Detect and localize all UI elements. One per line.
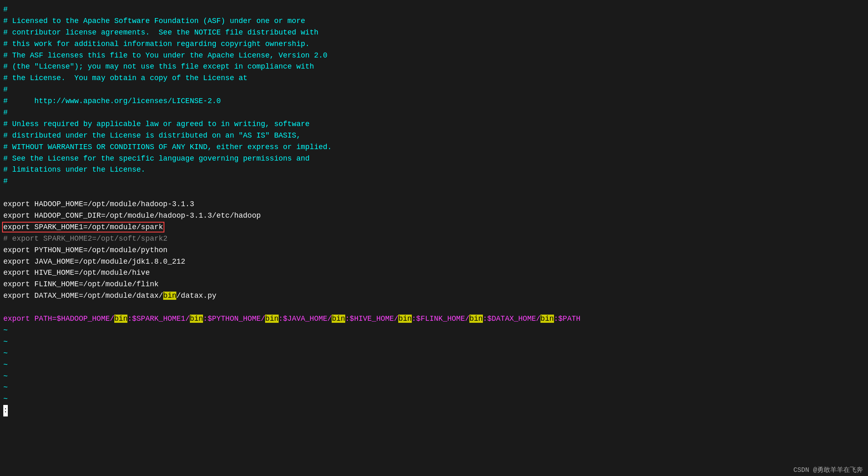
tilde-3: ~	[3, 348, 865, 359]
line-6: # (the "License"); you may not use this …	[3, 61, 865, 73]
terminal: # # Licensed to the Apache Software Foun…	[0, 0, 868, 476]
path-bin-3: bin	[265, 315, 278, 323]
line-blank-2	[3, 302, 865, 313]
bottom-bar: CSDN @勇敢羊羊在飞奔	[788, 464, 868, 476]
tilde-4: ~	[3, 359, 865, 371]
line-2: # Licensed to the Apache Software Founda…	[3, 16, 865, 27]
path-bin-2: bin	[190, 315, 203, 323]
path-bin-1: bin	[114, 315, 127, 323]
line-java-home: export JAVA_HOME=/opt/module/jdk1.8.0_21…	[3, 256, 865, 268]
line-1: #	[3, 4, 865, 16]
cursor-block: :	[3, 405, 8, 416]
line-15: # limitations under the License.	[3, 164, 865, 176]
line-datax-home: export DATAX_HOME=/opt/module/datax/bin/…	[3, 290, 865, 302]
line-4: # this work for additional information r…	[3, 39, 865, 50]
line-13: # WITHOUT WARRANTIES OR CONDITIONS OF AN…	[3, 142, 865, 153]
cursor-line: :	[3, 405, 865, 416]
line-3: # contributor license agreements. See th…	[3, 27, 865, 39]
line-flink-home: export FLINK_HOME=/opt/module/flink	[3, 279, 865, 290]
path-bin-7: bin	[540, 315, 554, 323]
line-9: # http://www.apache.org/licenses/LICENSE…	[3, 96, 865, 107]
line-11: # Unless required by applicable law or a…	[3, 119, 865, 130]
datax-bin-highlight: bin	[163, 292, 176, 300]
tilde-6: ~	[3, 382, 865, 393]
line-16: #	[3, 176, 865, 187]
tilde-5: ~	[3, 371, 865, 382]
tilde-2: ~	[3, 336, 865, 348]
line-path-export: export PATH=$HADOOP_HOME/bin:$SPARK_HOME…	[3, 313, 865, 325]
tilde-7: ~	[3, 393, 865, 405]
line-12: # distributed under the License is distr…	[3, 130, 865, 142]
line-10: #	[3, 107, 865, 119]
line-blank-1	[3, 187, 865, 199]
line-8: #	[3, 84, 865, 96]
line-python-home: export PYTHON_HOME=/opt/module/python	[3, 245, 865, 256]
line-hive-home: export HIVE_HOME=/opt/module/hive	[3, 267, 865, 279]
line-14: # See the License for the specific langu…	[3, 153, 865, 165]
line-hadoop-conf: export HADOOP_CONF_DIR=/opt/module/hadoo…	[3, 210, 865, 222]
spark-home1-value: export SPARK_HOME1=/opt/module/spark	[3, 223, 163, 231]
path-bin-4: bin	[332, 315, 345, 323]
path-bin-5: bin	[398, 315, 411, 323]
path-bin-6: bin	[469, 315, 482, 323]
line-spark-home1: export SPARK_HOME1=/opt/module/spark	[3, 222, 865, 233]
tilde-1: ~	[3, 325, 865, 336]
line-7: # the License. You may obtain a copy of …	[3, 73, 865, 84]
line-5: # The ASF licenses this file to You unde…	[3, 50, 865, 62]
line-hadoop-home: export HADOOP_HOME=/opt/module/hadoop-3.…	[3, 199, 865, 210]
bottom-bar-text: CSDN @勇敢羊羊在飞奔	[793, 467, 863, 474]
line-spark-home2-commented: # export SPARK_HOME2=/opt/soft/spark2	[3, 233, 865, 245]
